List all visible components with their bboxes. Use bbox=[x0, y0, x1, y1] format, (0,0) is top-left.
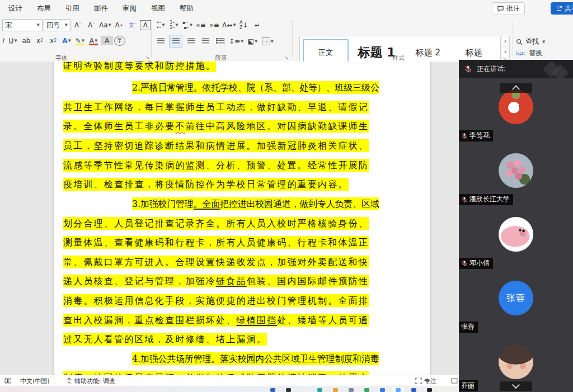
paragraph-dialog-launcher[interactable]: ↘ bbox=[284, 55, 289, 60]
font-size-combo[interactable]: 四号▼ bbox=[44, 19, 71, 31]
doc-line-8[interactable]: 划分合理、人员登记排查记录齐全。所有人员入校时严格核验身份、 bbox=[63, 217, 369, 230]
align-center-button[interactable] bbox=[169, 35, 182, 48]
taskbar-app-icon-6[interactable] bbox=[364, 388, 369, 392]
line-spacing-button[interactable]: ↕≡▼ bbox=[228, 35, 245, 47]
doc-line-5[interactable]: 流感等季节性常见传染病的监测、分析、预警、处置。经常性开展防 bbox=[63, 159, 369, 172]
underline-button[interactable]: U▼ bbox=[7, 35, 19, 46]
menu-tab-0[interactable]: 设计 bbox=[1, 0, 30, 17]
doc-line-10[interactable]: 常、佩戴口罩方可进入。合理设置快递收发点，加强对外卖配送和快 bbox=[63, 256, 369, 268]
character-border-button[interactable]: A bbox=[140, 20, 151, 30]
taskbar-app-icon-4[interactable] bbox=[333, 388, 338, 392]
doc-line-0[interactable]: 证明查验制度等要求和防控措施。 bbox=[63, 62, 216, 72]
enclose-characters-button[interactable]: 字 bbox=[114, 36, 125, 46]
increase-indent-button[interactable]: »≡ bbox=[208, 19, 220, 31]
taskbar-app-icon-8[interactable] bbox=[396, 388, 401, 392]
decrease-indent-button[interactable]: «≡ bbox=[195, 19, 207, 31]
find-button[interactable]: 查找▼ bbox=[516, 36, 572, 48]
taskbar-app-icon-1[interactable] bbox=[286, 388, 291, 392]
chevron-down-icon bbox=[512, 381, 520, 389]
menu-tab-4[interactable]: 审阅 bbox=[115, 0, 144, 17]
meeting-header: 正在讲话: bbox=[459, 60, 573, 79]
shrink-font-button[interactable]: Aˇ bbox=[85, 20, 97, 31]
borders-button[interactable]: ▼ bbox=[261, 35, 274, 47]
styles-scroll-up[interactable]: ∧ bbox=[501, 36, 509, 47]
spellcheck-status[interactable] bbox=[4, 375, 12, 386]
multilevel-list-button[interactable]: ▪– ▪–▼ bbox=[181, 19, 194, 31]
scroll-up-button[interactable] bbox=[500, 83, 532, 93]
scroll-down-button[interactable] bbox=[500, 381, 532, 391]
doc-line-9[interactable]: 测量体温、查看健康码和行程卡，所有人员健康码、行程卡和体温正 bbox=[63, 236, 369, 249]
align-left-button[interactable] bbox=[154, 35, 167, 47]
taskbar-app-icon-5[interactable] bbox=[349, 388, 354, 392]
comments-button[interactable]: 批注 bbox=[492, 2, 525, 15]
highlight-color-swatch bbox=[76, 44, 84, 45]
align-right-button[interactable] bbox=[185, 35, 197, 47]
menu-tab-3[interactable]: 邮件 bbox=[87, 0, 115, 17]
avatar bbox=[499, 89, 533, 124]
font-name-combo[interactable]: 宋▼ bbox=[2, 19, 43, 31]
participant-tile-3[interactable]: 张蓉张蓉 bbox=[459, 270, 573, 334]
view-switcher-partial[interactable] bbox=[451, 375, 458, 386]
doc-line-14[interactable]: 过又无人看管的区域，及时修缮、堵上漏洞。 bbox=[63, 333, 267, 346]
numbering-button[interactable]: 1–2–▼ bbox=[168, 19, 180, 31]
taskbar-app-icon-7[interactable] bbox=[380, 388, 385, 392]
participant-name: 邓小倩 bbox=[469, 258, 490, 268]
asian-layout-button[interactable]: A↔▼ bbox=[222, 19, 237, 31]
doc-line-3[interactable]: 录。全体师生员工非必要不前往中高风险地区。对因病缺勤缺课师生 bbox=[63, 120, 369, 133]
menu-tab-5[interactable]: 视图 bbox=[144, 0, 172, 17]
clear-formatting-button[interactable]: A✦ bbox=[113, 20, 125, 31]
search-icon bbox=[516, 39, 523, 45]
document-area[interactable]: 证明查验制度等要求和防控措施。2.严格日常管理。依托学校、院（系、部、处等）、班… bbox=[0, 62, 459, 375]
taskbar-app-icon-2[interactable] bbox=[302, 388, 307, 392]
bullets-button[interactable]: •–•–▼ bbox=[154, 19, 167, 31]
sort-button[interactable]: AZ↓ bbox=[238, 19, 250, 31]
comments-label: 批注 bbox=[506, 4, 520, 13]
doc-line-13[interactable]: 查出入校漏洞，重点检查围栏损坏处、绿植围挡处、矮墙等人员可通 bbox=[63, 314, 369, 327]
doc-line-2[interactable]: 共卫生工作网络，每日掌握师生员工动态，做好缺勤、早退、请假记 bbox=[63, 101, 369, 114]
doc-line-11[interactable]: 递人员核查、登记与管理，加强冷链食品包装、国内国际邮件预防性 bbox=[63, 275, 369, 287]
shading-button[interactable]: ⬕▼ bbox=[247, 35, 259, 47]
font-dialog-launcher[interactable]: ↘ bbox=[145, 55, 150, 60]
doc-line-1[interactable]: 2.严格日常管理。依托学校、院（系、部、处等）、班级三级公 bbox=[132, 81, 379, 94]
doc-line-15[interactable]: 4.加强公共场所管理。落实校园内公共区域卫生管理制度和消毒 bbox=[132, 352, 379, 365]
superscript-button[interactable]: x2 bbox=[47, 35, 59, 46]
focus-mode-button[interactable]: 专注 bbox=[415, 375, 436, 386]
show-hide-marks-button[interactable]: ↵ bbox=[251, 19, 264, 31]
replace-button[interactable]: b⇄c 替换 bbox=[516, 48, 572, 59]
menu-tab-6[interactable]: 帮助 bbox=[172, 0, 201, 17]
participant-tile-2[interactable]: 邓小倩 bbox=[459, 206, 573, 271]
menu-tab-2[interactable]: 引用 bbox=[58, 0, 87, 17]
distribute-button[interactable] bbox=[214, 35, 226, 47]
replace-icon: b⇄c bbox=[516, 51, 526, 56]
change-case-button[interactable]: Aa▼ bbox=[98, 20, 112, 31]
text-effects-button[interactable]: A▼ bbox=[60, 35, 73, 46]
phonetic-guide-button[interactable]: 文¨ bbox=[126, 20, 139, 31]
share-button[interactable]: 共享 bbox=[551, 2, 573, 15]
language-status[interactable]: 中文(中国) bbox=[20, 375, 50, 386]
strikethrough-button[interactable]: ab bbox=[20, 35, 32, 46]
doc-line-12[interactable]: 消毒。积极运用信息化手段，实施便捷的进出校门管理机制。全面排 bbox=[63, 294, 369, 307]
menu-tab-1[interactable]: 布局 bbox=[30, 0, 58, 17]
doc-line-4[interactable]: 员工，坚持密切追踪诊断结果和病情进展。加强新冠肺炎相关症状、 bbox=[63, 139, 369, 152]
grow-font-button[interactable]: Aˆ bbox=[72, 20, 84, 31]
avatar bbox=[499, 153, 533, 188]
taskbar-app-icon-10[interactable] bbox=[427, 388, 432, 392]
chevron-down-icon: ▼ bbox=[65, 23, 68, 27]
taskbar-app-icon-3[interactable] bbox=[317, 388, 322, 392]
highlight-color-button[interactable]: ✎▼ bbox=[74, 35, 86, 46]
taskbar-app-icon-9[interactable] bbox=[411, 388, 416, 392]
speaking-label: 正在讲话: bbox=[477, 64, 506, 74]
participant-tile-1[interactable]: 潘欣长江大学 bbox=[459, 142, 573, 207]
justify-button[interactable] bbox=[199, 35, 212, 47]
paragraph-group-label: 段落 bbox=[199, 54, 243, 62]
accessibility-status[interactable]: 辅助功能: 调查 bbox=[66, 375, 115, 386]
font-color-button[interactable]: A▼ bbox=[87, 35, 100, 46]
share-label: 共享 bbox=[565, 4, 573, 13]
italic-button[interactable]: I bbox=[0, 35, 6, 46]
taskbar-app-icon-0[interactable] bbox=[270, 388, 275, 392]
underlined-text: 。全面 bbox=[194, 199, 220, 209]
doc-line-7[interactable]: 3.加强校门管理。全面把控进出校园通道，做到专人负责、区域 bbox=[132, 197, 379, 210]
doc-line-6[interactable]: 疫培训、检查排查，将疫情防控作为学校日常管理的重要内容。 bbox=[63, 178, 349, 191]
subscript-button[interactable]: x2 bbox=[34, 35, 46, 46]
character-shading-button[interactable]: A bbox=[101, 36, 113, 45]
